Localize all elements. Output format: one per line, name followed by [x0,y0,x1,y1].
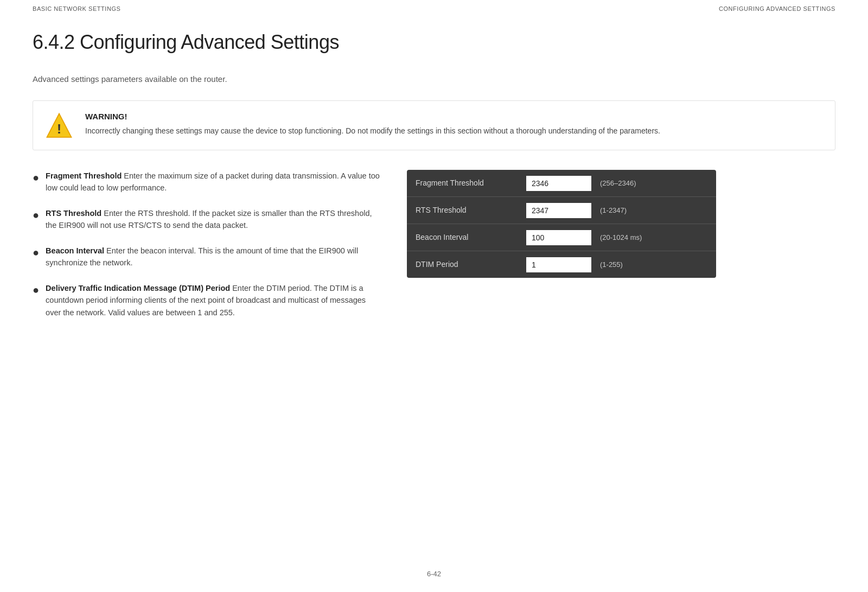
warning-box: ! WARNING! Incorrectly changing these se… [33,100,835,150]
beacon-interval-range: (20-1024 ms) [597,232,642,243]
bullet-term-fragment: Fragment Threshold [46,171,122,180]
bullet-term-dtim: Delivery Traffic Indication Message (DTI… [46,284,230,292]
rts-threshold-range: (1-2347) [597,205,627,216]
bullet-dot-4: ● [33,282,39,298]
page-title: 6.4.2 Configuring Advanced Settings [33,28,835,57]
bullet-text-rts: RTS Threshold Enter the RTS threshold. I… [46,207,380,232]
bullet-item-rts: ● RTS Threshold Enter the RTS threshold.… [33,207,380,232]
rts-threshold-input[interactable] [526,203,591,218]
bullet-section: ● Fragment Threshold Enter the maximum s… [33,170,380,332]
warning-content: WARNING! Incorrectly changing these sett… [85,111,823,137]
bullet-term-rts: RTS Threshold [46,209,101,218]
settings-row-beacon: Beacon Interval (20-1024 ms) [407,224,716,251]
bullet-text-beacon: Beacon Interval Enter the beacon interva… [46,245,380,269]
warning-text: Incorrectly changing these settings may … [85,125,823,137]
bullet-dot-2: ● [33,207,39,223]
bullet-term-beacon: Beacon Interval [46,246,104,255]
dtim-period-input[interactable] [526,257,591,272]
settings-row-fragment: Fragment Threshold (256–2346) [407,170,716,197]
settings-label-fragment: Fragment Threshold [407,170,521,196]
header-bar: Basic Network Settings Configuring Advan… [33,0,835,18]
main-content: ● Fragment Threshold Enter the maximum s… [33,170,835,332]
bullet-text-fragment: Fragment Threshold Enter the maximum siz… [46,170,380,194]
page-footer: 6-42 [0,569,868,580]
page-wrapper: Basic Network Settings Configuring Advan… [0,0,868,592]
settings-label-beacon: Beacon Interval [407,224,521,251]
bullet-dot-1: ● [33,169,39,186]
settings-label-dtim: DTIM Period [407,251,521,278]
warning-title: WARNING! [85,111,823,123]
header-right: Configuring Advanced Settings [719,4,835,14]
header-left: Basic Network Settings [33,4,120,14]
settings-label-rts: RTS Threshold [407,197,521,224]
settings-row-rts: RTS Threshold (1-2347) [407,197,716,224]
page-number: 6-42 [427,570,441,578]
settings-row-dtim: DTIM Period (1-255) [407,251,716,278]
warning-icon: ! [45,112,73,140]
bullet-item-beacon: ● Beacon Interval Enter the beacon inter… [33,245,380,269]
fragment-threshold-input[interactable] [526,176,591,191]
bullet-dot-3: ● [33,244,39,260]
bullet-item-fragment: ● Fragment Threshold Enter the maximum s… [33,170,380,194]
svg-text:!: ! [57,122,61,136]
bullet-text-dtim: Delivery Traffic Indication Message (DTI… [46,282,380,319]
bullet-item-dtim: ● Delivery Traffic Indication Message (D… [33,282,380,319]
intro-text: Advanced settings parameters available o… [33,73,835,86]
fragment-threshold-range: (256–2346) [597,178,636,189]
beacon-interval-input[interactable] [526,230,591,245]
dtim-period-range: (1-255) [597,259,623,270]
settings-panel: Fragment Threshold (256–2346) RTS Thresh… [407,170,716,278]
